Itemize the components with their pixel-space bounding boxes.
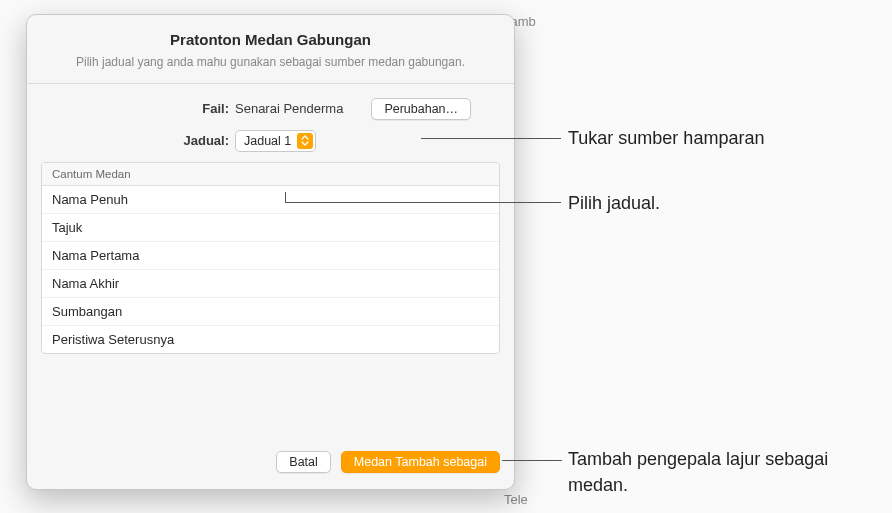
dialog-footer: Batal Medan Tambah sebagai [27,439,514,489]
cancel-button[interactable]: Batal [276,451,331,473]
table-row[interactable]: Tajuk [42,213,499,241]
table-select-value: Jadual 1 [244,134,291,148]
table-label: Jadual: [41,133,235,148]
fields-table: Cantum Medan Nama Penuh Tajuk Nama Perta… [41,162,500,354]
file-row: Fail: Senarai Penderma Perubahan… [35,98,506,120]
table-row[interactable]: Nama Penuh [42,186,499,213]
table-select[interactable]: Jadual 1 [235,130,316,152]
callout-pick-table: Pilih jadual. [568,190,660,216]
merge-field-preview-dialog: Pratonton Medan Gabungan Pilih jadual ya… [26,14,515,490]
table-row[interactable]: Peristiwa Seterusnya [42,325,499,353]
file-label: Fail: [41,101,235,116]
chevron-updown-icon [297,133,313,149]
callout-add-field: Tambah pengepala lajur sebagai medan. [568,446,878,498]
bg-text: Tele [504,492,528,507]
table-row[interactable]: Nama Akhir [42,269,499,297]
table-row[interactable]: Sumbangan [42,297,499,325]
callout-change-source: Tukar sumber hamparan [568,125,764,151]
callout-line [421,138,561,139]
cancel-label: Batal [289,455,318,469]
dialog-subtitle: Pilih jadual yang anda mahu gunakan seba… [51,54,490,71]
callout-line [502,460,562,461]
table-row-control: Jadual: Jadual 1 [35,130,506,152]
callout-line [285,202,561,203]
file-value: Senarai Penderma [235,101,343,116]
table-row[interactable]: Nama Pertama [42,241,499,269]
change-source-label: Perubahan… [384,102,458,116]
callout-line [285,192,286,202]
column-header: Cantum Medan [42,163,499,186]
dialog-header: Pratonton Medan Gabungan Pilih jadual ya… [27,15,514,84]
dialog-title: Pratonton Medan Gabungan [51,31,490,48]
change-source-button[interactable]: Perubahan… [371,98,471,120]
add-field-label: Medan Tambah sebagai [354,455,487,469]
add-field-button[interactable]: Medan Tambah sebagai [341,451,500,473]
